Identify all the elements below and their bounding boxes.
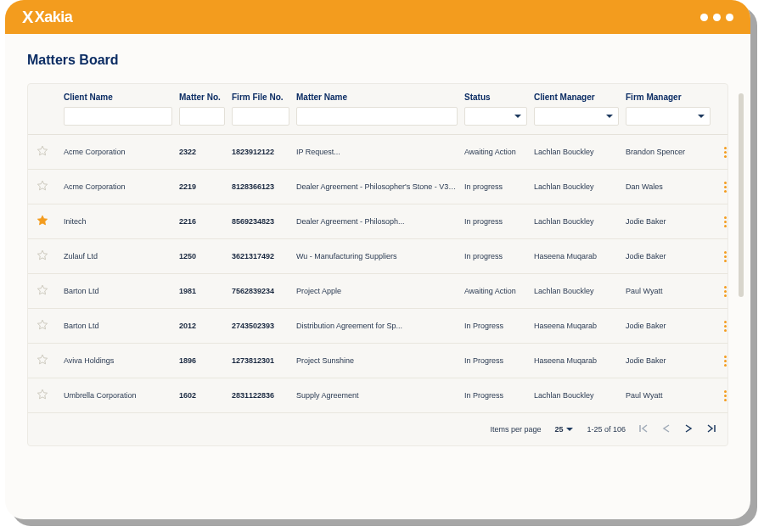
scrollbar[interactable] <box>739 93 744 297</box>
table-row[interactable]: Aviva Holdings 1896 1273812301 Project S… <box>28 344 727 378</box>
star-icon[interactable] <box>37 284 48 296</box>
table-row[interactable]: Acme Corporation 2322 1823912122 IP Requ… <box>28 135 727 170</box>
cell-status: In progress <box>464 182 527 191</box>
filter-client-name[interactable] <box>64 107 172 126</box>
star-cell[interactable] <box>37 180 57 193</box>
table-row[interactable]: Initech 2216 8569234823 Dealer Agreement… <box>28 204 727 239</box>
prev-page-button[interactable] <box>661 423 671 435</box>
row-actions-menu[interactable] <box>717 356 733 367</box>
cell-firm-file-no: 3621317492 <box>232 252 289 260</box>
cell-matter-name: Dealer Agreement - Philosopher's Stone -… <box>296 182 458 191</box>
next-page-button[interactable] <box>683 423 694 435</box>
cell-matter-no: 1896 <box>179 356 225 365</box>
cell-client-manager: Lachlan Bouckley <box>534 391 619 400</box>
cell-firm-file-no: 2743502393 <box>232 322 289 330</box>
row-actions-menu[interactable] <box>717 321 733 332</box>
row-actions-menu[interactable] <box>717 251 733 262</box>
star-cell[interactable] <box>37 215 57 228</box>
cell-firm-manager: Paul Wyatt <box>626 287 711 295</box>
star-cell[interactable] <box>37 284 57 298</box>
items-per-page-label: Items per page <box>490 425 541 434</box>
cell-matter-no: 2322 <box>179 148 225 156</box>
star-icon[interactable] <box>37 354 48 366</box>
col-header-client-name: Client Name <box>64 92 172 102</box>
cell-matter-no: 1250 <box>179 252 225 260</box>
cell-client-manager: Lachlan Bouckley <box>534 287 619 295</box>
cell-client-name: Acme Corporation <box>64 148 172 156</box>
cell-matter-no: 1981 <box>179 287 225 295</box>
row-actions-menu[interactable] <box>717 286 733 297</box>
cell-matter-name: Dealer Agreement - Philosoph... <box>296 217 458 226</box>
chevron-down-icon <box>606 115 613 118</box>
row-actions-menu[interactable] <box>717 147 733 158</box>
window-dot <box>700 14 708 21</box>
cell-client-name: Initech <box>64 217 172 226</box>
filter-client-manager[interactable] <box>534 107 619 126</box>
star-cell[interactable] <box>37 145 57 159</box>
star-icon[interactable] <box>37 215 48 227</box>
star-icon[interactable] <box>37 249 48 261</box>
table-row[interactable]: Barton Ltd 2012 2743502393 Distribution … <box>28 309 727 344</box>
filter-status[interactable] <box>464 107 527 126</box>
pagination-range: 1-25 of 106 <box>587 425 626 434</box>
items-per-page-value: 25 <box>554 425 563 434</box>
app-header: XXakia <box>5 0 750 34</box>
cell-status: In Progress <box>464 356 527 365</box>
brand-logo: XXakia <box>22 8 72 27</box>
table-row[interactable]: Zulauf Ltd 1250 3621317492 Wu - Manufact… <box>28 239 727 274</box>
matters-table: Client Name Matter No. Firm File No. Mat… <box>27 83 728 446</box>
filter-firm-file-no[interactable] <box>232 107 289 126</box>
col-header-status: Status <box>464 92 527 102</box>
table-row[interactable]: Barton Ltd 1981 7562839234 Project Apple… <box>28 274 727 309</box>
table-row[interactable]: Acme Corporation 2219 8128366123 Dealer … <box>28 170 727 204</box>
cell-firm-file-no: 7562839234 <box>232 287 289 295</box>
filter-row: Client Name Matter No. Firm File No. Mat… <box>28 84 727 135</box>
cell-matter-name: IP Request... <box>296 148 458 156</box>
col-header-matter-no: Matter No. <box>179 92 225 102</box>
logo-x-icon: X <box>22 8 33 27</box>
filter-matter-name[interactable] <box>296 107 458 126</box>
cell-firm-file-no: 2831122836 <box>232 391 289 400</box>
first-page-button[interactable] <box>639 423 649 435</box>
star-icon[interactable] <box>37 180 48 192</box>
cell-matter-no: 1602 <box>179 391 225 400</box>
star-icon[interactable] <box>37 389 48 400</box>
filter-firm-manager[interactable] <box>626 107 711 126</box>
col-header-client-manager: Client Manager <box>534 92 619 102</box>
page-title: Matters Board <box>27 53 728 68</box>
cell-firm-file-no: 1273812301 <box>232 356 289 365</box>
cell-status: In progress <box>464 252 527 260</box>
star-cell[interactable] <box>37 319 57 333</box>
chevron-down-icon <box>514 115 521 118</box>
cell-firm-manager: Paul Wyatt <box>626 391 711 400</box>
brand-name: Xakia <box>35 8 73 26</box>
cell-firm-manager: Jodie Baker <box>626 356 711 365</box>
cell-firm-manager: Dan Wales <box>626 182 711 191</box>
cell-client-manager: Lachlan Bouckley <box>534 217 619 226</box>
filter-matter-no[interactable] <box>179 107 225 126</box>
row-actions-menu[interactable] <box>717 182 733 193</box>
cell-matter-no: 2216 <box>179 217 225 226</box>
star-cell[interactable] <box>37 389 57 402</box>
cell-matter-name: Distribution Agreement for Sp... <box>296 322 458 330</box>
row-actions-menu[interactable] <box>717 390 733 401</box>
cell-client-name: Acme Corporation <box>64 182 172 191</box>
star-icon[interactable] <box>37 145 48 157</box>
cell-client-manager: Lachlan Bouckley <box>534 148 619 156</box>
cell-status: In progress <box>464 217 527 226</box>
cell-matter-no: 2012 <box>179 322 225 330</box>
pagination-bar: Items per page 25 1-25 of 106 <box>28 413 727 445</box>
star-icon[interactable] <box>37 319 48 331</box>
window-controls <box>700 14 733 21</box>
window-dot <box>726 14 733 21</box>
star-cell[interactable] <box>37 354 57 367</box>
chevron-down-icon <box>698 115 705 118</box>
col-header-firm-file-no: Firm File No. <box>232 92 289 102</box>
star-cell[interactable] <box>37 249 57 263</box>
cell-firm-file-no: 8128366123 <box>232 182 289 191</box>
last-page-button[interactable] <box>705 423 716 435</box>
items-per-page-select[interactable]: 25 <box>554 425 573 434</box>
table-row[interactable]: Umbrella Corporation 1602 2831122836 Sup… <box>28 378 727 413</box>
row-actions-menu[interactable] <box>717 216 733 227</box>
cell-status: In Progress <box>464 322 527 330</box>
